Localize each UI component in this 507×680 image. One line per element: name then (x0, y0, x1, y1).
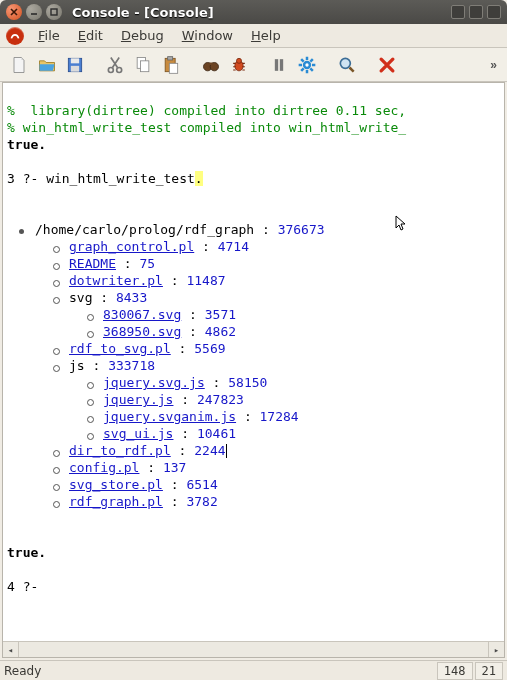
menu-file[interactable]: File (30, 26, 68, 45)
save-icon[interactable] (62, 52, 88, 78)
scroll-left-icon[interactable]: ◂ (3, 642, 19, 658)
status-line: 148 (437, 662, 473, 680)
window-title: Console - [Console] (72, 5, 447, 20)
tree-item-label[interactable]: jquery.svganim.js (103, 409, 236, 424)
prompt-number: 3 ?- (7, 171, 46, 186)
console-pane: % library(dirtree) compiled into dirtree… (2, 82, 505, 658)
svg-point-21 (340, 58, 350, 68)
tree-item: config.pl : 137 (69, 459, 500, 476)
copy-icon[interactable] (130, 52, 156, 78)
tree-item-label[interactable]: jquery.js (103, 392, 173, 407)
tree-item-size: 137 (163, 460, 186, 475)
gear-icon[interactable] (294, 52, 320, 78)
tree-item-label[interactable]: svg_ui.js (103, 426, 173, 441)
win-extra-2-icon[interactable] (469, 5, 483, 19)
tree-item-label[interactable]: graph_control.pl (69, 239, 194, 254)
tree-item: dotwriter.pl : 11487 (69, 272, 500, 289)
tree-item-label[interactable]: config.pl (69, 460, 139, 475)
horizontal-scrollbar[interactable]: ◂ ▸ (3, 641, 504, 657)
tree-item-label[interactable]: rdf_to_svg.pl (69, 341, 171, 356)
console-output[interactable]: % library(dirtree) compiled into dirtree… (3, 83, 504, 641)
scroll-track[interactable] (19, 642, 488, 657)
tree-root-label: /home/carlo/prolog/rdf_graph (35, 222, 254, 237)
menu-edit[interactable]: Edit (70, 26, 111, 45)
svg-rect-4 (71, 65, 79, 71)
new-file-icon[interactable] (6, 52, 32, 78)
tree-item: graph_control.pl : 4714 (69, 238, 500, 255)
svg-point-16 (237, 58, 242, 63)
prompt-dot: . (195, 171, 203, 186)
log-line: % library(dirtree) compiled into dirtree… (7, 103, 406, 118)
paste-icon[interactable] (158, 52, 184, 78)
tree-item-size: 3571 (205, 307, 236, 322)
win-extra-3-icon[interactable] (487, 5, 501, 19)
menu-help[interactable]: Help (243, 26, 289, 45)
menu-debug[interactable]: Debug (113, 26, 172, 45)
tree-item-size: 4862 (205, 324, 236, 339)
tree-item-label[interactable]: 830067.svg (103, 307, 181, 322)
status-col: 21 (475, 662, 503, 680)
prompt-next: 4 ?- (7, 579, 46, 594)
tree-children: graph_control.pl : 4714README : 75dotwri… (35, 238, 500, 510)
menubar: File Edit Debug Window Help (0, 24, 507, 48)
tree-item: jquery.svganim.js : 17284 (103, 408, 500, 425)
svg-point-6 (117, 67, 122, 72)
svg-rect-17 (275, 59, 278, 71)
tree-item-size: 8433 (116, 290, 147, 305)
text-caret (226, 444, 227, 458)
tree-item-size: 247823 (197, 392, 244, 407)
tree-item: js : 333718jquery.svg.js : 58150jquery.j… (69, 357, 500, 442)
tree-item-size: 11487 (186, 273, 225, 288)
svg-point-5 (108, 67, 113, 72)
svg-rect-18 (280, 59, 283, 71)
scroll-right-icon[interactable]: ▸ (488, 642, 504, 658)
tree-item-size: 58150 (228, 375, 267, 390)
tree-item-size: 17284 (260, 409, 299, 424)
log-line: % win_html_write_test compiled into win_… (7, 120, 406, 135)
bug-icon[interactable] (226, 52, 252, 78)
tree-item-label[interactable]: rdf_graph.pl (69, 494, 163, 509)
pause-icon[interactable] (266, 52, 292, 78)
tree-item-label[interactable]: dotwriter.pl (69, 273, 163, 288)
maximize-icon[interactable] (46, 4, 62, 20)
svg-point-1 (10, 30, 21, 41)
titlebar: Console - [Console] (0, 0, 507, 24)
tree-item-label[interactable]: README (69, 256, 116, 271)
tree-root-item: /home/carlo/prolog/rdf_graph : 376673 gr… (35, 221, 500, 510)
minimize-icon[interactable] (26, 4, 42, 20)
app-icon (6, 27, 24, 45)
menu-window[interactable]: Window (174, 26, 241, 45)
tree-item: dir_to_rdf.pl : 2244 (69, 442, 500, 459)
cancel-icon[interactable] (374, 52, 400, 78)
svg-rect-14 (209, 62, 212, 65)
svg-rect-0 (51, 9, 57, 15)
window-extra-buttons (451, 5, 501, 19)
tree-item: 830067.svg : 3571 (103, 306, 500, 323)
tree-item-label[interactable]: svg_store.pl (69, 477, 163, 492)
tree-root-size: 376673 (278, 222, 325, 237)
tree-item: 368950.svg : 4862 (103, 323, 500, 340)
mouse-cursor-icon (395, 215, 407, 233)
svg-rect-11 (169, 63, 177, 73)
svg-rect-10 (168, 56, 173, 59)
tree-item-label[interactable]: 368950.svg (103, 324, 181, 339)
toolbar: » (0, 48, 507, 82)
close-icon[interactable] (6, 4, 22, 20)
tree-item-size: 10461 (197, 426, 236, 441)
binoculars-icon[interactable] (198, 52, 224, 78)
open-file-icon[interactable] (34, 52, 60, 78)
tree-item-label[interactable]: dir_to_rdf.pl (69, 443, 171, 458)
win-extra-1-icon[interactable] (451, 5, 465, 19)
magnifier-icon[interactable] (334, 52, 360, 78)
svg-rect-3 (71, 58, 79, 63)
tree-item: jquery.js : 247823 (103, 391, 500, 408)
tree-item-label: js (69, 358, 85, 373)
toolbar-overflow-icon[interactable]: » (486, 58, 501, 72)
tree-item-size: 3782 (186, 494, 217, 509)
tree-item-size: 2244 (194, 443, 225, 458)
tree-item-label[interactable]: jquery.svg.js (103, 375, 205, 390)
cut-icon[interactable] (102, 52, 128, 78)
tree-item: jquery.svg.js : 58150 (103, 374, 500, 391)
tree-item: svg_ui.js : 10461 (103, 425, 500, 442)
prompt-command: win_html_write_test (46, 171, 195, 186)
